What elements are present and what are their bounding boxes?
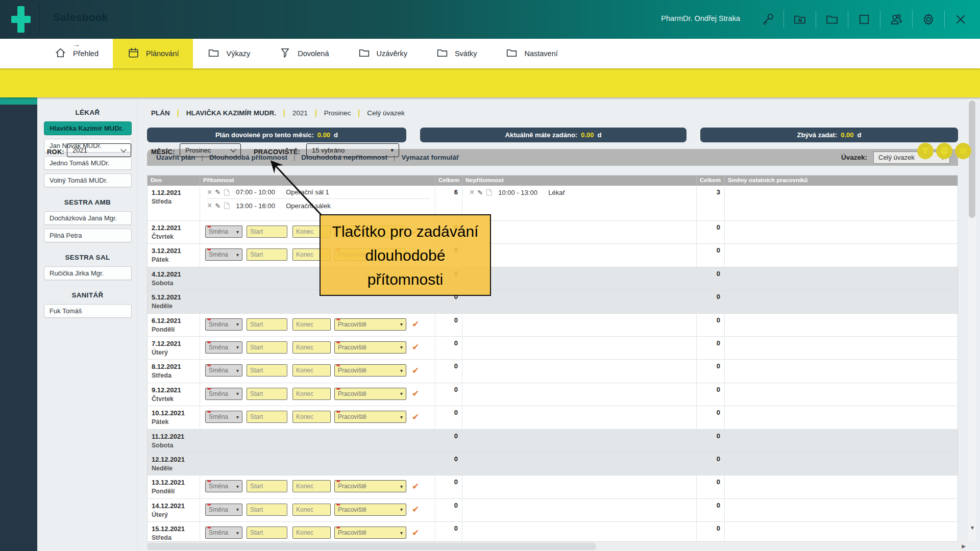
smena-select[interactable]: **Směna▾ — [205, 504, 242, 516]
column-header: Přítomnost — [200, 176, 435, 186]
smena-select[interactable]: **Směna▾ — [205, 364, 242, 377]
confirm-check-icon[interactable]: ✔ — [412, 366, 419, 375]
key-icon[interactable] — [757, 12, 778, 27]
confirm-check-icon[interactable]: ✔ — [412, 389, 419, 398]
smena-select[interactable]: **Směna▾ — [205, 341, 242, 354]
pracoviste-select[interactable]: **Pracoviště▾ — [334, 388, 406, 400]
smena-select[interactable]: **Směna▾ — [205, 411, 242, 423]
edit-pencil-icon[interactable]: ✎ — [215, 189, 220, 195]
pracoviste-select[interactable]: **Pracoviště▾ — [334, 341, 406, 354]
end-time-input[interactable] — [292, 527, 331, 539]
scroll-right-arrow-icon[interactable]: ▶ — [962, 543, 966, 549]
month-select[interactable]: Prosinec — [180, 143, 241, 157]
pracoviste-select[interactable]: **Pracoviště▾ — [334, 480, 406, 492]
sidebar-item-jedno-toma-s-mudr-[interactable]: Jedno Tomáš MUDr. — [44, 156, 132, 170]
edit-pencil-icon[interactable]: ✎ — [477, 189, 483, 196]
filter-icon-button[interactable] — [917, 143, 934, 159]
copy-document-icon[interactable] — [486, 189, 492, 196]
start-time-input[interactable] — [247, 388, 287, 400]
smena-select[interactable]: **Směna▾ — [205, 480, 242, 492]
sidebar-item-volny-toma-s-mudr-[interactable]: Volný Tomáš MUDr. — [44, 173, 132, 187]
absence-cell — [462, 267, 697, 290]
confirm-check-icon[interactable]: ✔ — [412, 505, 419, 514]
close-icon[interactable] — [950, 12, 971, 27]
presence-cell: **Směna▾ **Pracoviště▾ ✔ — [200, 406, 435, 429]
other-shifts-cell — [725, 267, 958, 290]
end-time-input[interactable] — [292, 411, 331, 423]
start-time-input[interactable] — [247, 318, 287, 331]
tab-svatky[interactable]: Svátky — [422, 39, 492, 68]
delete-icon[interactable]: × — [470, 188, 474, 196]
start-time-input[interactable] — [247, 341, 287, 354]
users-icon[interactable] — [886, 12, 906, 27]
pracoviste-select[interactable]: **Pracoviště▾ — [334, 411, 406, 423]
stop-square-icon[interactable] — [854, 12, 874, 27]
tab-uzaverky[interactable]: Uzávěrky — [344, 39, 422, 68]
smena-select[interactable]: **Směna▾ — [205, 388, 242, 400]
smena-select[interactable]: **Směna▾ — [205, 318, 242, 331]
pill-label: Aktuálně máte zadáno: — [505, 131, 578, 139]
month-label: MĚSÍC: — [151, 148, 175, 156]
pracoviste-select[interactable]: **Pracoviště▾ — [334, 504, 406, 516]
absence-total: 0 — [697, 453, 725, 475]
start-time-input[interactable] — [247, 248, 287, 261]
confirm-check-icon[interactable]: ✔ — [412, 320, 419, 329]
smena-select[interactable]: **Směna▾ — [205, 248, 242, 261]
home-icon — [54, 46, 67, 61]
sidebar-item-fuk-toma-s-[interactable]: Fuk Tomáš — [44, 304, 132, 318]
sidebar-item-docha-zkova-jana-mgr-[interactable]: Docházková Jana Mgr. — [44, 211, 132, 225]
year-select[interactable]: 2021 — [67, 143, 131, 157]
end-time-input[interactable] — [292, 341, 331, 354]
toolbar-button-vymazat-formula-r-[interactable]: Vymazat formulář — [401, 154, 459, 161]
date-label: 14.12.2021 — [148, 499, 200, 510]
folder-new-icon[interactable]: N — [790, 12, 810, 27]
pracoviste-select[interactable]: **Pracoviště▾ — [334, 527, 406, 539]
start-time-input[interactable] — [247, 527, 287, 539]
end-time-input[interactable] — [292, 364, 331, 377]
menu-icon-button[interactable] — [955, 143, 971, 159]
scroll-down-arrow-icon[interactable]: ▼ — [970, 525, 975, 531]
tab-nastaveni[interactable]: Nastavení — [491, 39, 572, 68]
smena-select[interactable]: **Směna▾ — [205, 226, 242, 238]
end-time-input[interactable] — [292, 388, 331, 400]
pracoviste-select[interactable]: **Pracoviště▾ — [334, 318, 406, 331]
workplace-select[interactable]: 15 vybráno▾ — [306, 143, 399, 157]
confirm-check-icon[interactable]: ✔ — [412, 529, 419, 537]
presence-cell: **Směna▾ **Pracoviště▾ ✔ — [200, 475, 435, 498]
horizontal-scrollbar-thumb[interactable] — [147, 543, 596, 550]
start-time-input[interactable] — [247, 364, 287, 377]
tab-prehled[interactable]: Přehled — [40, 39, 113, 68]
tab-planovani[interactable]: Plánování — [113, 39, 193, 68]
copy-document-icon[interactable] — [224, 189, 230, 196]
delete-icon[interactable]: × — [207, 202, 212, 210]
day-cell: 1.12.2021 Středa — [148, 186, 200, 220]
start-time-input[interactable] — [247, 504, 287, 516]
printer-icon-button[interactable] — [936, 143, 952, 159]
edit-pencil-icon[interactable]: ✎ — [215, 203, 220, 209]
confirm-check-icon[interactable]: ✔ — [412, 413, 419, 421]
tab-vykazy[interactable]: Výkazy — [193, 39, 264, 68]
smena-select[interactable]: **Směna▾ — [205, 527, 242, 539]
delete-icon[interactable]: × — [207, 188, 212, 196]
vertical-scrollbar-thumb[interactable] — [969, 101, 975, 218]
copy-document-icon[interactable] — [224, 202, 230, 209]
sidebar-item-hlavic-ka-kazimi-r-mudr-[interactable]: Hlavička Kazimír MUDr. — [44, 121, 132, 135]
end-time-input[interactable] — [292, 504, 331, 516]
weekday-label: Neděle — [148, 301, 200, 310]
start-time-input[interactable] — [247, 480, 287, 492]
horizontal-scrollbar[interactable]: ▶ — [147, 542, 968, 551]
sidebar-item-pilna-petra[interactable]: Pilná Petra — [44, 229, 132, 242]
end-time-input[interactable] — [292, 480, 331, 492]
vertical-scrollbar[interactable]: ▼ — [968, 97, 976, 542]
end-time-input[interactable] — [292, 318, 331, 331]
breadcrumb-item: 2021 — [292, 109, 308, 117]
start-time-input[interactable] — [247, 226, 287, 238]
confirm-check-icon[interactable]: ✔ — [412, 343, 419, 352]
sidebar-item-ruc-ic-ka-jirka-mgr-[interactable]: Ručička Jirka Mgr. — [44, 266, 132, 280]
confirm-check-icon[interactable]: ✔ — [412, 482, 419, 491]
folder-icon[interactable] — [822, 12, 842, 27]
start-time-input[interactable] — [247, 411, 287, 423]
pracoviste-select[interactable]: **Pracoviště▾ — [334, 364, 406, 377]
tab-dovolena[interactable]: Dovolená — [264, 39, 343, 68]
settings-gear-icon[interactable] — [918, 12, 939, 27]
